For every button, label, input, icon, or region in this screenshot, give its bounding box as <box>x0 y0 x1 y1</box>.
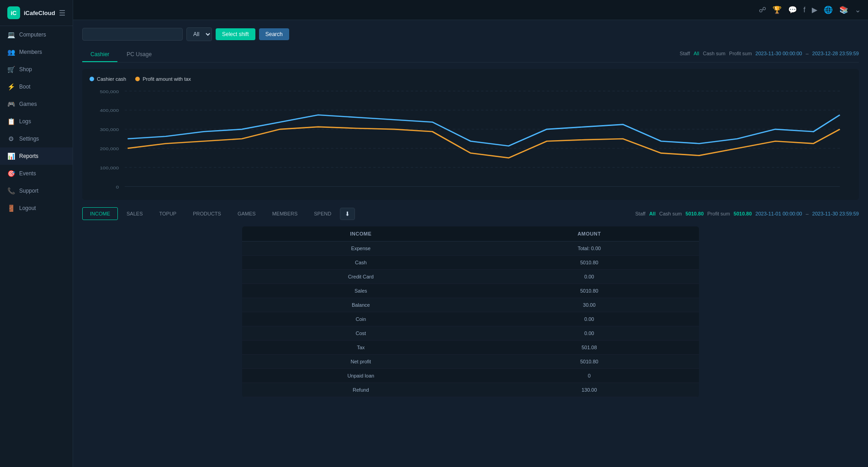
svg-text:2023-12-22: 2023-12-22 <box>680 190 703 191</box>
btab-staff-label: Staff <box>635 211 645 216</box>
income-cell: Cash <box>242 256 480 270</box>
svg-text:100,000: 100,000 <box>100 165 119 170</box>
tab-pc-usage[interactable]: PC Usage <box>118 47 160 62</box>
hamburger-icon[interactable]: ☰ <box>59 9 65 17</box>
btab-sales[interactable]: SALES <box>119 207 150 220</box>
income-cell: Sales <box>242 284 480 298</box>
amount-cell: 0.00 <box>480 312 699 326</box>
staff-label: Staff <box>680 51 690 56</box>
btab-cash-sum-value: 5010.80 <box>686 211 704 216</box>
amount-cell: 0.00 <box>480 270 699 284</box>
income-cell: Unpaid loan <box>242 369 480 383</box>
sidebar-item-logout[interactable]: 🚪Logout <box>0 199 73 217</box>
btab-topup[interactable]: TOPUP <box>151 207 184 220</box>
logout-icon: 🚪 <box>7 205 15 212</box>
col-income-header: INCOME <box>242 226 480 241</box>
events-icon: 🎯 <box>7 170 15 177</box>
table-row: Balance30.00 <box>242 298 699 312</box>
btab-income[interactable]: INCOME <box>82 207 118 220</box>
income-cell: Tax <box>242 341 480 355</box>
dashboard-icon[interactable]: ☍ <box>759 5 766 14</box>
staff-value: All <box>693 51 699 56</box>
svg-text:2023-12-06: 2023-12-06 <box>270 190 292 191</box>
tab-right-info: Staff All Cash sum Profit sum 2023-11-30… <box>680 51 859 59</box>
chat-icon[interactable]: 💬 <box>788 5 797 14</box>
income-cell: Net profit <box>242 355 480 369</box>
search-button[interactable]: Search <box>259 28 289 40</box>
content-area: 2023-11-30 00:00 ~ 2023-12-29 23:59 All … <box>73 20 868 404</box>
svg-text:2023-12-12: 2023-12-12 <box>424 190 446 191</box>
sidebar-item-computers[interactable]: 💻Computers <box>0 26 73 43</box>
computers-icon: 💻 <box>7 31 15 38</box>
bottom-tab-bar: INCOME SALES TOPUP PRODUCTS GAMES MEMBER… <box>82 207 859 220</box>
sidebar-item-members[interactable]: 👥Members <box>0 43 73 61</box>
sidebar-item-settings[interactable]: ⚙Settings <box>0 130 73 147</box>
logo-area: iC iCafeCloud ☰ <box>0 0 73 26</box>
select-shift-button[interactable]: Select shift <box>216 28 255 40</box>
trophy-icon[interactable]: 🏆 <box>773 5 782 14</box>
support-icon: 📞 <box>7 187 15 194</box>
amount-cell: 0 <box>480 369 699 383</box>
amount-cell: 5010.80 <box>480 355 699 369</box>
sidebar-item-shop[interactable]: 🛒Shop <box>0 61 73 78</box>
btab-games[interactable]: GAMES <box>230 207 264 220</box>
games-icon: 🎮 <box>7 100 15 108</box>
cashier-cash-dot <box>90 77 94 81</box>
filter-dropdown[interactable]: All <box>186 27 212 41</box>
logs-icon: 📋 <box>7 118 15 125</box>
table-row: Sales5010.80 <box>242 284 699 298</box>
tab-cashier[interactable]: Cashier <box>82 47 117 62</box>
svg-text:2023-11-30: 2023-11-30 <box>116 190 139 191</box>
facebook-icon[interactable]: f <box>804 6 805 14</box>
svg-text:2023-12-04: 2023-12-04 <box>219 190 241 191</box>
dropdown-icon[interactable]: ⌄ <box>855 5 861 14</box>
youtube-icon[interactable]: ▶ <box>812 5 817 14</box>
sidebar-item-reports[interactable]: 📊Reports <box>0 147 73 165</box>
book-icon[interactable]: 📚 <box>839 5 848 14</box>
profit-sum-label: Profit sum <box>729 51 752 56</box>
table-row: Tax501.08 <box>242 341 699 355</box>
btab-spend[interactable]: SPEND <box>306 207 339 220</box>
btab-date-from: 2023-11-01 00:00:00 <box>756 211 802 216</box>
reports-icon: 📊 <box>7 152 15 160</box>
svg-text:2023-12-10: 2023-12-10 <box>373 190 395 191</box>
sidebar-item-games[interactable]: 🎮Games <box>0 95 73 113</box>
sidebar-item-support[interactable]: 📞Support <box>0 182 73 199</box>
income-table-wrap: INCOME AMOUNT ExpenseTotal: 0.00Cash5010… <box>242 226 699 397</box>
btab-products[interactable]: PRODUCTS <box>185 207 229 220</box>
date-range-input[interactable]: 2023-11-30 00:00 ~ 2023-12-29 23:59 <box>82 28 183 41</box>
svg-text:2023-12-16: 2023-12-16 <box>527 190 549 191</box>
sidebar-item-boot[interactable]: ⚡Boot <box>0 78 73 95</box>
svg-text:2023-12-24: 2023-12-24 <box>732 190 754 191</box>
settings-icon: ⚙ <box>7 135 15 142</box>
income-cell: Coin <box>242 312 480 326</box>
logo-initials: iC <box>11 10 17 16</box>
svg-text:200,000: 200,000 <box>100 146 119 151</box>
svg-text:2023-12-28: 2023-12-28 <box>829 190 851 191</box>
table-row: Coin0.00 <box>242 312 699 326</box>
income-cell: Cost <box>242 326 480 341</box>
logo-icon: iC <box>7 6 20 19</box>
btab-date-to: 2023-11-30 23:59:59 <box>812 211 859 216</box>
chart-legend: Cashier cash Profit amount with tax <box>90 76 852 82</box>
cashier-cash-label: Cashier cash <box>97 76 126 82</box>
svg-text:2023-12-02: 2023-12-02 <box>167 190 190 191</box>
svg-text:2023-12-08: 2023-12-08 <box>322 190 344 191</box>
svg-text:400,000: 400,000 <box>100 108 119 113</box>
filter-bar: 2023-11-30 00:00 ~ 2023-12-29 23:59 All … <box>82 27 859 41</box>
globe-icon[interactable]: 🌐 <box>824 5 833 14</box>
table-row: Cash5010.80 <box>242 256 699 270</box>
profit-tax-label: Profit amount with tax <box>143 76 191 82</box>
sidebar-item-events[interactable]: 🎯Events <box>0 165 73 182</box>
btab-members[interactable]: MEMBERS <box>265 207 306 220</box>
tab-date-to: 2023-12-28 23:59:59 <box>812 51 859 56</box>
download-button[interactable]: ⬇ <box>340 208 355 220</box>
table-row: Credit Card0.00 <box>242 270 699 284</box>
svg-text:2023-12-18: 2023-12-18 <box>578 190 600 191</box>
income-cell: Expense <box>242 241 480 256</box>
table-row: Net profit5010.80 <box>242 355 699 369</box>
profit-tax-dot <box>135 77 140 81</box>
table-row: Cost0.00 <box>242 326 699 341</box>
topbar: ☍ 🏆 💬 f ▶ 🌐 📚 ⌄ <box>73 0 868 20</box>
sidebar-item-logs[interactable]: 📋Logs <box>0 113 73 130</box>
